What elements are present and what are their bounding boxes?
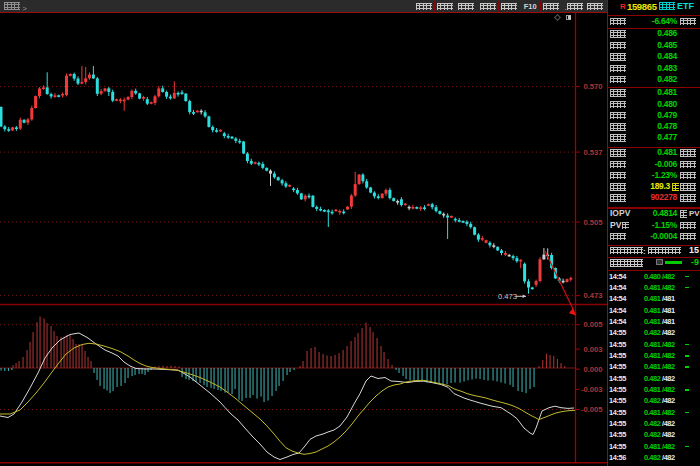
svg-text:0.473: 0.473	[583, 291, 602, 300]
svg-text:0.473: 0.473	[498, 292, 517, 301]
svg-text:0.003: 0.003	[583, 345, 602, 354]
svg-text:-0.003: -0.003	[581, 385, 603, 394]
svg-text:0.505: 0.505	[583, 218, 603, 227]
svg-text:0.000: 0.000	[583, 365, 602, 374]
svg-text:-0.005: -0.005	[581, 405, 603, 414]
svg-text:0.005: 0.005	[583, 320, 603, 329]
svg-text:0.537: 0.537	[583, 148, 602, 157]
svg-text:0.570: 0.570	[583, 82, 602, 91]
